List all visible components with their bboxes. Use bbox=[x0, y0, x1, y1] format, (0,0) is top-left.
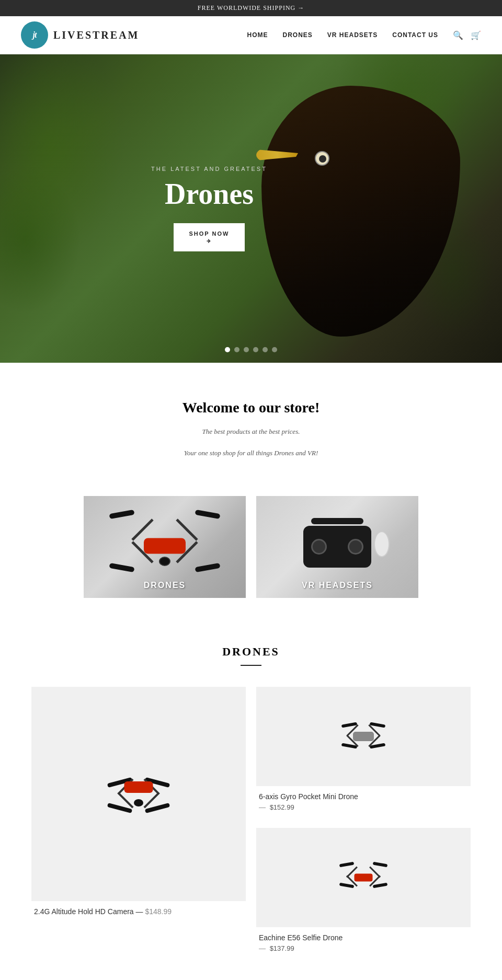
product-name-camera: 2.4G Altitude Hold HD Camera — $148.99 bbox=[34, 907, 243, 916]
cam-drone-cam bbox=[134, 799, 143, 806]
header: jt LIVESTREAM HOME DRONES VR HEADSETS CO… bbox=[0, 16, 502, 54]
section-divider bbox=[241, 665, 261, 666]
selfie-prop-tr bbox=[372, 861, 387, 867]
arm-tr bbox=[176, 518, 198, 540]
product-img-bg-selfie bbox=[256, 828, 471, 927]
vr-category-card[interactable]: VR HEADSETS bbox=[256, 496, 418, 598]
product-name-mini: 6-axis Gyro Pocket Mini Drone bbox=[259, 792, 468, 801]
product-image-camera-drone bbox=[31, 687, 246, 901]
dot-5[interactable] bbox=[263, 347, 268, 352]
vr-earcup bbox=[374, 531, 390, 557]
dot-4[interactable] bbox=[253, 347, 258, 352]
product-img-bg-mini bbox=[256, 687, 471, 786]
vr-lens-right bbox=[348, 539, 363, 555]
mini-drone-body bbox=[353, 732, 374, 741]
mini-drone-price: $152.99 bbox=[270, 803, 294, 811]
prop-bl bbox=[109, 563, 135, 572]
nav-drones[interactable]: DRONES bbox=[283, 31, 313, 39]
selfie-drone-body bbox=[355, 873, 373, 881]
vr-strap bbox=[311, 518, 363, 524]
price-dash-selfie: — bbox=[259, 944, 266, 952]
welcome-title: Welcome to our store! bbox=[21, 399, 481, 416]
vr-lens-left bbox=[311, 539, 327, 555]
nav-icons: 🔍 🛒 bbox=[453, 30, 481, 40]
product-info-mini: 6-axis Gyro Pocket Mini Drone — $152.99 bbox=[256, 786, 471, 817]
product-img-bg-camera bbox=[31, 687, 246, 901]
welcome-line1: The best products at the best prices. bbox=[21, 425, 481, 437]
top-banner: FREE WORLDWIDE SHIPPING → bbox=[0, 0, 502, 16]
camera-drone-illustration bbox=[99, 760, 178, 828]
product-info-camera-drone: 2.4G Altitude Hold HD Camera — $148.99 bbox=[31, 901, 246, 925]
product-card-camera-drone[interactable]: 2.4G Altitude Hold HD Camera — $148.99 bbox=[31, 687, 246, 959]
selfie-drone-illustration bbox=[332, 851, 395, 904]
camera-drone-name: 2.4G Altitude Hold HD Camera bbox=[34, 907, 134, 916]
product-name-selfie: Eachine E56 Selfie Drone bbox=[259, 933, 468, 942]
price-dash-mini: — bbox=[259, 803, 266, 811]
search-icon[interactable]: 🔍 bbox=[453, 30, 463, 40]
cam-drone-body bbox=[124, 781, 153, 793]
shop-now-label: SHOP NOW bbox=[189, 230, 230, 237]
arm-tl bbox=[131, 518, 153, 540]
dot-1[interactable] bbox=[225, 347, 230, 352]
camera-drone-price: $148.99 bbox=[145, 907, 172, 916]
products-section-title: DRONES bbox=[31, 645, 471, 659]
nav-contact-us[interactable]: CONTACT US bbox=[392, 31, 438, 39]
product-card-selfie-drone[interactable]: Eachine E56 Selfie Drone — $137.99 bbox=[256, 828, 471, 959]
product-image-mini bbox=[256, 687, 471, 786]
selfie-prop-tl bbox=[339, 861, 355, 867]
vr-illustration bbox=[285, 513, 390, 581]
slider-dots bbox=[225, 347, 277, 352]
drone-icon: ✈ bbox=[189, 238, 230, 244]
nav-home[interactable]: HOME bbox=[247, 31, 268, 39]
dot-2[interactable] bbox=[234, 347, 239, 352]
vr-headset-body bbox=[303, 526, 371, 568]
drones-category-card[interactable]: DRONES bbox=[84, 496, 246, 598]
products-grid: 2.4G Altitude Hold HD Camera — $148.99 bbox=[31, 687, 471, 959]
cart-icon[interactable]: 🛒 bbox=[471, 30, 481, 40]
selfie-drone-price: $137.99 bbox=[270, 944, 294, 952]
product-image-selfie bbox=[256, 828, 471, 927]
product-card-mini-drone[interactable]: 6-axis Gyro Pocket Mini Drone — $152.99 bbox=[256, 687, 471, 817]
prop-br bbox=[195, 563, 220, 572]
mini-drone-name: 6-axis Gyro Pocket Mini Drone bbox=[259, 792, 358, 801]
prop-tl bbox=[109, 510, 135, 519]
logo-area[interactable]: jt LIVESTREAM bbox=[21, 21, 139, 49]
dot-3[interactable] bbox=[244, 347, 249, 352]
mini-drone-illustration bbox=[332, 710, 395, 763]
selfie-drone-name: Eachine E56 Selfie Drone bbox=[259, 933, 343, 942]
welcome-section: Welcome to our store! The best products … bbox=[0, 363, 502, 486]
drone-camera bbox=[159, 557, 170, 566]
drones-category-label: DRONES bbox=[84, 573, 246, 598]
product-price-mini: — $152.99 bbox=[259, 803, 468, 811]
right-product-column: 6-axis Gyro Pocket Mini Drone — $152.99 bbox=[256, 687, 471, 959]
nav-vr-headsets[interactable]: VR HEADSETS bbox=[327, 31, 378, 39]
eagle-eye bbox=[315, 151, 329, 166]
vr-category-label: VR HEADSETS bbox=[256, 573, 418, 598]
dot-6[interactable] bbox=[272, 347, 277, 352]
logo-initials: jt bbox=[33, 30, 37, 40]
logo-circle: jt bbox=[21, 21, 48, 49]
banner-text: FREE WORLDWIDE SHIPPING → bbox=[198, 4, 304, 11]
welcome-line2: Your one stop shop for all things Drones… bbox=[21, 447, 481, 459]
prop-tr bbox=[195, 510, 220, 519]
hero-content: THE LATEST AND GREATEST Drones SHOP NOW … bbox=[105, 166, 314, 251]
category-grid: DRONES VR HEADSETS bbox=[0, 486, 502, 624]
product-info-selfie: Eachine E56 Selfie Drone — $137.99 bbox=[256, 927, 471, 959]
drone-body bbox=[144, 538, 186, 554]
hero-subtitle: THE LATEST AND GREATEST bbox=[105, 166, 314, 172]
logo-name: LIVESTREAM bbox=[53, 29, 139, 41]
selfie-prop-br bbox=[372, 882, 387, 888]
product-price-selfie: — $137.99 bbox=[259, 944, 468, 952]
selfie-prop-bl bbox=[339, 882, 355, 888]
main-nav: HOME DRONES VR HEADSETS CONTACT US 🔍 🛒 bbox=[247, 30, 481, 40]
shop-now-button[interactable]: SHOP NOW ✈ bbox=[174, 223, 245, 251]
hero-title: Drones bbox=[105, 177, 314, 211]
products-section: DRONES bbox=[0, 624, 502, 980]
hero-section: THE LATEST AND GREATEST Drones SHOP NOW … bbox=[0, 54, 502, 363]
dash-camera: — bbox=[136, 907, 145, 916]
